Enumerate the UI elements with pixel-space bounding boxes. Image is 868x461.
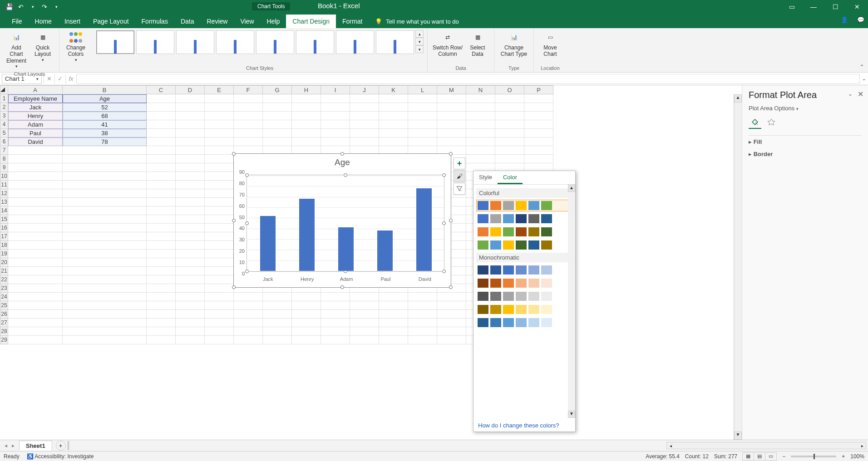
cell[interactable] <box>205 103 234 112</box>
resize-handle[interactable] <box>449 152 453 156</box>
scroll-down-icon[interactable]: ▼ <box>568 411 575 418</box>
cell[interactable] <box>379 293 408 301</box>
row-header[interactable]: 28 <box>0 327 8 336</box>
cell[interactable] <box>176 189 205 198</box>
row-header[interactable]: 29 <box>0 336 8 344</box>
cell[interactable] <box>63 267 147 275</box>
ribbon-display-icon[interactable]: ▭ <box>781 0 803 14</box>
cell[interactable] <box>205 137 234 146</box>
cell[interactable] <box>495 155 524 163</box>
cell[interactable] <box>408 327 437 336</box>
resize-handle[interactable] <box>449 219 453 222</box>
cell[interactable] <box>437 103 466 112</box>
zoom-level[interactable]: 100% <box>850 453 864 460</box>
cell[interactable] <box>8 250 63 258</box>
chart-add-element-button[interactable]: + <box>454 157 465 169</box>
cell[interactable] <box>379 94 408 103</box>
cell[interactable] <box>263 327 292 336</box>
cell[interactable] <box>176 250 205 258</box>
color-palette-row[interactable] <box>476 226 572 238</box>
cell[interactable] <box>176 232 205 241</box>
cell[interactable] <box>176 258 205 267</box>
cell[interactable] <box>263 94 292 103</box>
cell[interactable] <box>176 336 205 344</box>
cell[interactable]: Age <box>63 94 147 103</box>
cell[interactable] <box>263 336 292 344</box>
cell[interactable] <box>234 301 263 310</box>
cell[interactable] <box>147 155 176 163</box>
chart-bar[interactable] <box>299 199 315 271</box>
cell[interactable] <box>176 310 205 319</box>
change-colors-button[interactable]: Change Colors ▾ <box>63 30 89 64</box>
cell[interactable] <box>176 215 205 224</box>
cell[interactable] <box>147 241 176 250</box>
chart-filter-button[interactable] <box>454 183 465 195</box>
cell[interactable] <box>147 189 176 198</box>
cell[interactable] <box>205 206 234 215</box>
cell[interactable] <box>234 103 263 112</box>
row-header[interactable]: 12 <box>0 189 8 198</box>
cell[interactable] <box>8 215 63 224</box>
cell[interactable] <box>234 310 263 319</box>
zoom-slider[interactable] <box>791 456 836 457</box>
cell[interactable] <box>495 120 524 129</box>
row-header[interactable]: 5 <box>0 129 8 137</box>
cell[interactable] <box>205 224 234 232</box>
cell[interactable] <box>147 224 176 232</box>
row-header[interactable]: 10 <box>0 172 8 181</box>
cell[interactable] <box>63 258 147 267</box>
cell[interactable] <box>524 129 553 137</box>
cell[interactable] <box>205 284 234 293</box>
cell[interactable] <box>437 137 466 146</box>
scroll-up-icon[interactable]: ▲ <box>734 94 742 103</box>
cell[interactable]: 52 <box>63 103 147 112</box>
cell[interactable] <box>437 310 466 319</box>
cell[interactable]: 68 <box>63 112 147 120</box>
cell[interactable] <box>408 94 437 103</box>
cell[interactable] <box>466 155 495 163</box>
collapse-ribbon-icon[interactable]: ⌃ <box>859 64 864 70</box>
resize-handle[interactable] <box>449 285 453 289</box>
row-header[interactable]: 25 <box>0 301 8 310</box>
cell[interactable] <box>408 112 437 120</box>
zoom-out-icon[interactable]: − <box>782 453 785 460</box>
cell[interactable] <box>437 94 466 103</box>
enter-formula-icon[interactable]: ✓ <box>54 74 65 84</box>
cell[interactable] <box>234 336 263 344</box>
cell[interactable] <box>263 137 292 146</box>
scroll-down-icon[interactable]: ▾ <box>415 38 424 45</box>
cell[interactable] <box>205 293 234 301</box>
chart-bar[interactable] <box>260 216 276 271</box>
cell[interactable] <box>437 301 466 310</box>
cell[interactable] <box>408 336 437 344</box>
cell[interactable] <box>8 206 63 215</box>
cell[interactable] <box>176 327 205 336</box>
cell[interactable] <box>205 275 234 284</box>
tab-file[interactable]: File <box>5 15 29 28</box>
cell[interactable] <box>147 232 176 241</box>
cell[interactable] <box>176 181 205 189</box>
cell[interactable] <box>495 129 524 137</box>
cell[interactable]: 38 <box>63 129 147 137</box>
cell[interactable] <box>524 120 553 129</box>
cell[interactable] <box>205 267 234 275</box>
page-layout-view-icon[interactable]: ▤ <box>754 452 765 461</box>
cell[interactable] <box>437 319 466 327</box>
popup-tab-style[interactable]: Style <box>473 171 498 184</box>
tab-chart-design[interactable]: Chart Design <box>286 15 336 28</box>
chart-bar[interactable] <box>338 227 354 271</box>
add-sheet-button[interactable]: + <box>56 441 66 451</box>
tell-me-search[interactable]: 💡 Tell me what you want to do <box>369 15 465 28</box>
cell[interactable] <box>205 241 234 250</box>
col-header[interactable]: L <box>408 85 437 94</box>
accessibility-status[interactable]: ♿ Accessibility: Investigate <box>27 453 94 460</box>
minimize-icon[interactable]: — <box>803 0 824 14</box>
color-palette-row[interactable] <box>476 213 572 225</box>
cell[interactable] <box>8 232 63 241</box>
cell[interactable] <box>205 215 234 224</box>
cell[interactable] <box>321 103 350 112</box>
cell[interactable] <box>466 120 495 129</box>
cell[interactable] <box>466 137 495 146</box>
tab-review[interactable]: Review <box>201 15 234 28</box>
row-header[interactable]: 15 <box>0 215 8 224</box>
